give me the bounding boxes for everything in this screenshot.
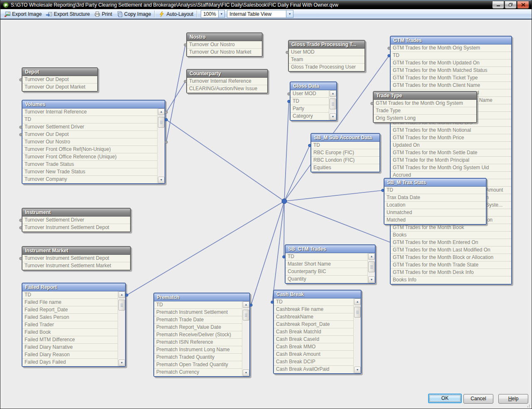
field-row[interactable]: Category — [291, 113, 329, 120]
table-cash_break[interactable]: Cash BreakTDCashbreak File nameCashbreak… — [273, 290, 362, 374]
field-row[interactable]: Prematch Traded Quantity — [154, 354, 242, 361]
table-volumes[interactable]: VolumesTurnover Internal ReferenceTDTurn… — [22, 100, 165, 184]
auto-layout-button[interactable]: Auto-Layout — [156, 10, 195, 18]
table-header[interactable]: Nostro — [187, 33, 262, 41]
scroll-up-button[interactable]: ▲ — [330, 90, 336, 97]
table-sub_account[interactable]: SB_M Sub Account DataTDRBC Europe (FIC)R… — [310, 133, 380, 172]
field-row[interactable]: Equities — [311, 164, 379, 172]
scrollbar[interactable]: ▲▼ — [158, 108, 165, 183]
field-row[interactable]: Turnover Instrument Settlement Market — [22, 262, 130, 270]
field-row[interactable]: Unmatched — [384, 209, 486, 217]
table-failed[interactable]: Failed ReportTDFailed File nameFailed Re… — [22, 283, 126, 367]
field-row[interactable]: TD — [384, 187, 486, 194]
field-row[interactable]: Failed Diary Narrative — [22, 344, 118, 351]
scroll-up-button[interactable]: ▲ — [243, 301, 249, 308]
ok-button[interactable]: OK — [428, 394, 462, 403]
field-row[interactable]: GTM Trades for the Month Matched Status — [391, 67, 511, 74]
table-header[interactable]: Depot — [22, 68, 97, 76]
table-header[interactable]: Gloss Data — [291, 82, 336, 90]
zoom-combo[interactable]: 100% ▼ — [201, 10, 225, 18]
close-button[interactable] — [517, 1, 529, 9]
field-row[interactable]: GTM Trades for the Month Entered On — [391, 239, 511, 246]
field-row[interactable]: Failed Diary Reason — [22, 351, 118, 359]
table-header[interactable]: Instrument Market — [22, 247, 130, 255]
field-row[interactable]: Trax Data Date — [384, 194, 486, 202]
field-row[interactable]: Turnover Trade Status — [22, 161, 157, 168]
field-row[interactable]: Failed MTM Difference — [22, 336, 118, 344]
field-row[interactable]: TD — [391, 52, 511, 59]
scrollbar[interactable]: ▲▼ — [118, 291, 125, 366]
field-row[interactable]: Turnover Instrument Settlement Depot — [22, 255, 130, 262]
field-row[interactable]: Turnover Internal Reference — [22, 108, 157, 116]
table-gtm[interactable]: GTM TradesGTM Trades for the Month Orig … — [390, 36, 512, 285]
field-row[interactable]: CashbreakName — [274, 313, 353, 321]
field-row[interactable]: Turnover Front Office Ref(Non-Unique) — [22, 146, 157, 153]
copy-image-button[interactable]: Copy Image — [114, 10, 153, 18]
field-row[interactable]: Matched — [384, 217, 486, 224]
field-row[interactable]: GTM Trades for the Month Settle Date — [391, 149, 511, 157]
field-row[interactable]: GTM Trade for the Month Principal — [391, 157, 511, 164]
field-row[interactable]: GTM Trades for the Month Book — [391, 224, 511, 232]
table-header[interactable]: Cash Break — [274, 291, 361, 298]
scroll-thumb[interactable] — [330, 99, 336, 109]
restore-button[interactable] — [505, 1, 517, 9]
print-button[interactable]: Print — [92, 10, 114, 18]
scrollbar[interactable]: ▲▼ — [243, 301, 249, 376]
field-row[interactable]: Turnover Internal Reference — [187, 78, 267, 85]
field-row[interactable]: TD — [22, 116, 157, 123]
table-instrument[interactable]: InstrumentTurnover Settlement DriverTurn… — [22, 208, 131, 232]
table-trax[interactable]: SB_M Trax StatsTDTrax Data DateLocationU… — [384, 178, 487, 225]
field-row[interactable]: Cash Break MMO — [274, 343, 353, 351]
field-row[interactable]: GTM Trades for the Month Updated On — [391, 59, 511, 67]
field-row[interactable]: Turnover Our Depot — [22, 76, 97, 84]
field-row[interactable]: GTM Trades for the Month Ticket Type — [391, 74, 511, 82]
table-header[interactable]: Prematch — [154, 293, 249, 301]
field-row[interactable]: Party — [291, 105, 329, 113]
scroll-down-button[interactable]: ▼ — [330, 113, 336, 120]
table-header[interactable]: GTM Trades — [391, 37, 511, 44]
export-image-button[interactable]: Export Image — [2, 10, 44, 18]
field-row[interactable]: Trade Type — [374, 107, 476, 115]
table-sb_ctm[interactable]: SB_CTM TradesTDMaster Short NameCounterp… — [285, 244, 376, 284]
field-row[interactable]: Failed Sales Person — [22, 314, 118, 321]
field-row[interactable]: TD — [291, 98, 329, 105]
field-row[interactable]: GTM Trades for the Month Price — [391, 134, 511, 142]
table-header[interactable]: Counterparty — [187, 70, 267, 78]
field-row[interactable]: GTM Trades for the Month Orig System Uid — [391, 164, 511, 172]
field-row[interactable]: Turnover Instrument Settlement Depot — [22, 224, 130, 232]
view-combo[interactable]: Internal Table View ▼ — [227, 10, 293, 18]
scroll-up-button[interactable]: ▲ — [354, 298, 361, 305]
field-row[interactable]: Cash Break Amount — [274, 351, 353, 358]
field-row[interactable]: Turnover Our Depot Market — [22, 84, 97, 91]
field-row[interactable]: GTM Trades for the Month Orig System — [391, 44, 511, 52]
field-row[interactable]: Cashbreak Report_Date — [274, 321, 353, 328]
table-header[interactable]: SB_M Sub Account Data — [311, 134, 379, 142]
table-header[interactable]: SB_M Trax Stats — [384, 179, 486, 187]
field-row[interactable]: Books — [391, 232, 511, 239]
field-row[interactable]: Updated On — [391, 142, 511, 149]
field-row[interactable]: Cash Break AvailOrPaid — [274, 366, 353, 373]
field-row[interactable]: Prematch Currency — [154, 369, 242, 376]
field-row[interactable]: TD — [311, 142, 379, 149]
chevron-down-icon[interactable]: ▼ — [218, 10, 224, 17]
export-structure-button[interactable]: Export Structure — [44, 10, 92, 18]
field-row[interactable]: Cash Break MatchId — [274, 328, 353, 336]
field-row[interactable]: Turnover Settlement Driver — [22, 217, 130, 224]
field-row[interactable]: Counterparty BIC — [286, 268, 367, 276]
field-row[interactable]: TD — [274, 298, 353, 306]
scrollbar[interactable]: ▲▼ — [354, 298, 361, 373]
field-row[interactable]: Turnover Front Office Reference (Unique) — [22, 153, 157, 161]
field-row[interactable]: Turnover Our Nostro — [22, 138, 157, 146]
field-row[interactable]: Location — [384, 202, 486, 209]
field-row[interactable]: RBC Europe (FIC) — [311, 149, 379, 157]
field-row[interactable]: Cash Break CaseId — [274, 336, 353, 343]
field-row[interactable]: Failed Trader — [22, 321, 118, 329]
field-row[interactable]: Turnover Company — [22, 176, 157, 183]
field-row[interactable]: Failed File name — [22, 299, 118, 306]
field-row[interactable]: GTM Trades for the Month Block or Alloca… — [391, 254, 511, 261]
help-button[interactable]: Help — [498, 394, 528, 404]
table-header[interactable]: Trade Type — [374, 92, 476, 100]
table-trade_type[interactable]: Trade TypeGTM Trades for the Month Orig … — [373, 91, 477, 123]
scroll-down-button[interactable]: ▼ — [118, 360, 125, 366]
field-row[interactable]: GTM Trades for the Month Client Name — [391, 82, 511, 89]
